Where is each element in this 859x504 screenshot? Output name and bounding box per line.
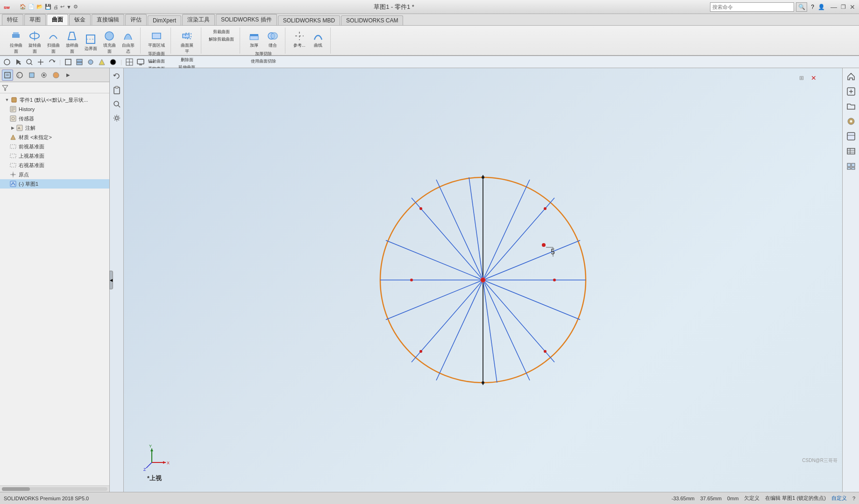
quick-access-print[interactable]: 🖨 [53, 4, 58, 10]
quick-access-undo[interactable]: ↩ [60, 4, 64, 10]
right-panel-render[interactable] [845, 130, 858, 143]
right-panel-home[interactable] [845, 70, 858, 83]
tree-scrollbar[interactable] [0, 485, 109, 492]
minimize-button[interactable]: — [831, 3, 837, 11]
freeform-btn[interactable]: 自由形态 [120, 28, 136, 56]
tree-item-history[interactable]: History [0, 105, 109, 114]
curve-btn[interactable]: 曲线 [310, 28, 327, 49]
fill-surface-btn[interactable]: 填充曲面 [101, 28, 118, 56]
sketch-display-btn[interactable] [63, 57, 73, 67]
side-task-search[interactable] [111, 98, 123, 110]
tab-evaluate[interactable]: 评估 [125, 14, 147, 25]
svg-point-39 [17, 72, 22, 78]
svg-line-71 [146, 462, 152, 468]
curve-label: 曲线 [314, 42, 322, 49]
scrollbar-thumb[interactable] [2, 487, 30, 491]
right-panel-folder[interactable] [845, 100, 858, 113]
tab-direct[interactable]: 直接编辑 [92, 14, 124, 25]
viewport[interactable]: 5 X Y Z [124, 68, 842, 492]
quick-access-new[interactable]: 📄 [28, 4, 35, 10]
scene-btn[interactable] [97, 57, 107, 67]
planar-region-btn[interactable]: 平面区域 [146, 28, 167, 49]
display-pane-btn[interactable] [85, 57, 96, 67]
panel-collapse-handle[interactable]: ◀ [109, 271, 113, 289]
tab-feature[interactable]: 特征 [2, 14, 23, 25]
panel-tab-display[interactable] [38, 70, 50, 81]
pan-btn[interactable] [35, 57, 46, 67]
use-surface-cut-btn[interactable]: 使用曲面切除 [249, 58, 278, 65]
section-view-btn[interactable] [74, 57, 85, 67]
loft-surface-btn[interactable]: 放样曲面 [64, 28, 80, 56]
quick-access-save[interactable]: 💾 [45, 4, 51, 10]
surface-expand-btn[interactable]: 曲面展平 [178, 28, 195, 56]
untrim-surface-btn[interactable]: 解除剪裁曲面 [207, 36, 236, 43]
right-panel-zoom[interactable] [845, 85, 858, 98]
zoom-btn[interactable] [24, 57, 35, 67]
tab-sheetmetal[interactable]: 钣金 [69, 14, 91, 25]
thicken-btn[interactable]: 加厚 [246, 28, 263, 49]
tree-item-top-plane[interactable]: 上视基准面 [0, 151, 109, 161]
tree-item-annotation[interactable]: ▶ A 注解 [0, 123, 109, 133]
tree-item-sketch1[interactable]: (-) 草图1 [0, 179, 109, 189]
tab-dimxpert[interactable]: DimXpert [148, 15, 181, 25]
boundary-surface-btn[interactable]: 边界面 [82, 32, 99, 53]
quick-access-more[interactable]: ⚙ [73, 4, 78, 10]
trim-surface-btn[interactable]: 剪裁曲面 [207, 28, 236, 35]
revolve-surface-btn[interactable]: 旋转曲面 [26, 28, 43, 56]
close-button[interactable]: ✕ [850, 3, 855, 11]
svg-point-24 [88, 60, 93, 64]
main-layout: i ▶ ▼ 零件1 (默认<<默认>_显示状... [0, 68, 859, 492]
quick-access-open[interactable]: 📂 [36, 4, 43, 10]
right-panel-misc[interactable] [845, 160, 858, 173]
viewport-expand-btn[interactable]: ⊞ [796, 73, 807, 83]
tab-sketch[interactable]: 草图 [24, 14, 46, 25]
ref-btn[interactable]: 参考... [291, 28, 308, 49]
right-panel-table[interactable] [845, 145, 858, 158]
right-panel-appearance[interactable] [845, 115, 858, 128]
rotate-btn[interactable] [47, 57, 57, 67]
tab-surface[interactable]: 曲面 [47, 14, 68, 25]
quick-access-dropdown[interactable]: ▼ [66, 4, 71, 10]
search-input[interactable] [710, 2, 794, 12]
panel-tab-more[interactable]: ▶ [63, 70, 74, 81]
tab-mbd[interactable]: SOLIDWORKS MBD [278, 15, 340, 25]
tree-item-sensor[interactable]: 传感器 [0, 114, 109, 123]
offset-surface-btn[interactable]: 等距曲面 [146, 50, 167, 57]
user-icon[interactable]: 👤 [818, 4, 825, 10]
tree-item-right-plane[interactable]: 右视基准面 [0, 161, 109, 170]
status-hint[interactable]: ? [852, 496, 855, 501]
side-task-clipboard[interactable] [111, 84, 123, 96]
viewport-close-btn[interactable]: ✕ [809, 73, 819, 83]
tree-item-origin[interactable]: 原点 [0, 170, 109, 179]
search-button[interactable]: 🔍 [796, 2, 807, 12]
tree-item-front-plane[interactable]: 前视基准面 [0, 142, 109, 151]
delete-face-btn[interactable]: 删除面 [177, 56, 197, 63]
select-btn[interactable] [13, 57, 23, 67]
view-orient-btn[interactable] [2, 57, 12, 67]
tab-cam[interactable]: SOLIDWORKS CAM [341, 15, 403, 25]
side-task-settings[interactable] [111, 112, 123, 124]
monitor-btn[interactable] [135, 57, 146, 67]
tab-render[interactable]: 渲染工具 [182, 14, 215, 25]
sweep-surface-btn[interactable]: 扫描曲面 [45, 28, 62, 56]
viewport-settings-btn[interactable] [124, 57, 135, 67]
render-btn[interactable] [108, 57, 118, 67]
help-icon[interactable]: ? [811, 4, 814, 10]
panel-tab-propertymanager[interactable]: i [14, 70, 25, 81]
combine-btn[interactable]: 缝合 [264, 28, 281, 49]
panel-tab-featuremanager[interactable] [2, 70, 13, 81]
panel-tab-appearance[interactable] [50, 70, 62, 81]
user-def[interactable]: 自定义 [831, 495, 847, 502]
side-task-undo[interactable] [111, 70, 123, 82]
tree-item-material[interactable]: 材质 <未指定> [0, 133, 109, 142]
thicken-cut-btn[interactable]: 加厚切除 [249, 50, 278, 57]
more-btn[interactable] [147, 57, 157, 67]
panel-tab-config[interactable] [26, 70, 37, 81]
tree-item-part[interactable]: ▼ 零件1 (默认<<默认>_显示状... [0, 95, 109, 105]
tree-expand-arrow[interactable]: ▼ [4, 97, 10, 103]
restore-button[interactable]: ❐ [841, 4, 846, 10]
quick-access-home[interactable]: 🏠 [20, 4, 26, 10]
annotation-expand[interactable]: ▶ [9, 125, 16, 131]
extrude-surface-btn[interactable]: 拉伸曲面 [7, 28, 24, 56]
tab-plugins[interactable]: SOLIDWORKS 插件 [216, 14, 277, 25]
